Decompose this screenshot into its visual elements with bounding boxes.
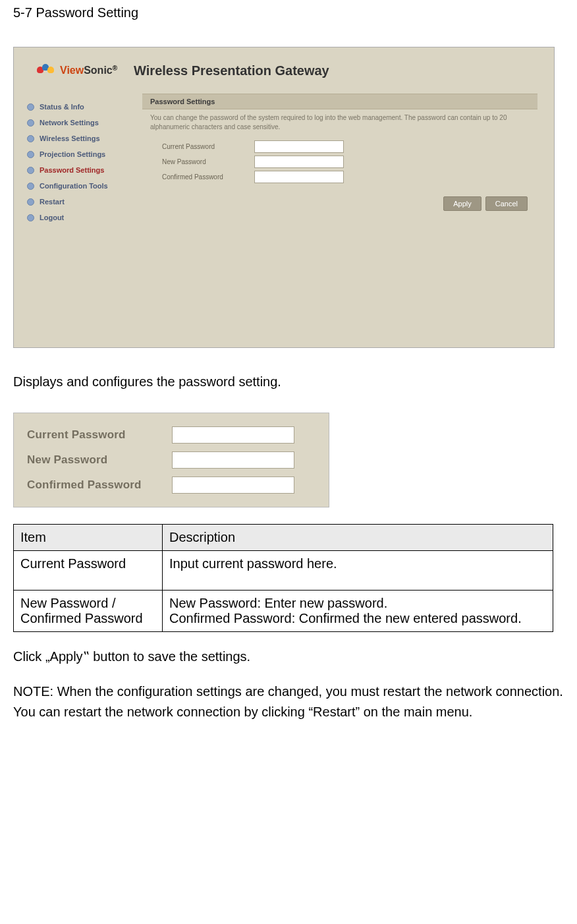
sidebar-item-label: Projection Settings: [40, 150, 105, 158]
brand-sonic: Sonic: [84, 65, 113, 76]
bullet-icon: [27, 151, 34, 158]
sidebar-item-label: Configuration Tools: [40, 182, 108, 190]
table-cell-desc: New Password: Enter new password. Confir…: [163, 591, 553, 632]
sidebar-nav: Status & Info Network Settings Wireless …: [14, 94, 142, 347]
form-row-confirm: Confirmed Password: [142, 169, 537, 185]
table-header-item: Item: [14, 525, 163, 551]
table-row: New Password / Confirmed Password New Pa…: [14, 591, 553, 632]
sidebar-item-status-info[interactable]: Status & Info: [14, 99, 142, 115]
button-row: Apply Cancel: [142, 185, 537, 211]
input-confirmed-password[interactable]: [254, 171, 344, 183]
bullet-icon: [27, 135, 34, 142]
label-current-password: Current Password: [27, 428, 172, 442]
sidebar-item-label: Password Settings: [40, 166, 104, 174]
input-current-password[interactable]: [254, 140, 344, 153]
cancel-button[interactable]: Cancel: [485, 196, 528, 211]
bullet-icon: [27, 198, 34, 206]
brand-view: View: [60, 65, 84, 76]
label-confirmed-password: Confirmed Password: [27, 478, 172, 492]
table-cell-item: New Password / Confirmed Password: [14, 591, 163, 632]
ui-title: Wireless Presentation Gateway: [134, 63, 329, 78]
viewsonic-birds-icon: [37, 63, 57, 78]
sidebar-item-wireless-settings[interactable]: Wireless Settings: [14, 130, 142, 146]
section-heading: 5-7 Password Setting: [13, 5, 564, 20]
bullet-icon: [27, 119, 34, 127]
input-current-password[interactable]: [172, 426, 294, 444]
closeup-row-confirm: Confirmed Password: [27, 473, 319, 498]
label-new-password: New Password: [162, 158, 254, 165]
sidebar-item-label: Logout: [40, 214, 64, 221]
description-table: Item Description Current Password Input …: [13, 524, 553, 632]
bullet-icon: [27, 103, 34, 111]
input-confirmed-password[interactable]: [172, 476, 294, 494]
table-row: Current Password Input current password …: [14, 551, 553, 591]
sidebar-item-label: Status & Info: [40, 103, 84, 111]
sidebar-item-logout[interactable]: Logout: [14, 210, 142, 225]
input-new-password[interactable]: [172, 451, 294, 469]
sidebar-item-password-settings[interactable]: Password Settings: [14, 162, 142, 178]
bullet-icon: [27, 214, 34, 221]
content-panel: Password Settings You can change the pas…: [142, 94, 554, 347]
screenshot-main-ui: ViewSonic® Wireless Presentation Gateway…: [13, 47, 555, 348]
sidebar-item-label: Network Settings: [40, 119, 99, 127]
sidebar-item-configuration-tools[interactable]: Configuration Tools: [14, 178, 142, 194]
bullet-icon: [27, 167, 34, 174]
sidebar-item-projection-settings[interactable]: Projection Settings: [14, 146, 142, 162]
document-page: 5-7 Password Setting ViewSonic® Wireless…: [0, 0, 577, 757]
sidebar-item-label: Restart: [40, 198, 65, 206]
sidebar-item-network-settings[interactable]: Network Settings: [14, 115, 142, 130]
closeup-row-current: Current Password: [27, 422, 319, 448]
viewsonic-logo: ViewSonic®: [37, 63, 117, 78]
caption-text: Displays and configures the password set…: [13, 374, 564, 390]
table-cell-desc: Input current password here.: [163, 551, 553, 591]
panel-heading: Password Settings: [142, 94, 537, 109]
panel-description: You can change the password of the syste…: [142, 109, 537, 139]
note-text: NOTE: When the configuration settings ar…: [13, 681, 564, 722]
form-row-new: New Password: [142, 154, 537, 169]
screenshot-form-closeup: Current Password New Password Confirmed …: [13, 413, 329, 507]
input-new-password[interactable]: [254, 156, 344, 168]
label-new-password: New Password: [27, 453, 172, 467]
sidebar-item-label: Wireless Settings: [40, 134, 100, 142]
label-confirmed-password: Confirmed Password: [162, 173, 254, 181]
table-header-description: Description: [163, 525, 553, 551]
bullet-icon: [27, 183, 34, 190]
sidebar-item-restart[interactable]: Restart: [14, 194, 142, 210]
closeup-row-new: New Password: [27, 448, 319, 473]
ui-header: ViewSonic® Wireless Presentation Gateway: [14, 47, 554, 94]
apply-instruction: Click „Apply‟ button to save the setting…: [13, 647, 564, 667]
label-current-password: Current Password: [162, 143, 254, 150]
form-row-current: Current Password: [142, 139, 537, 154]
table-cell-item: Current Password: [14, 551, 163, 591]
brand-reg: ®: [113, 65, 117, 72]
brand-text: ViewSonic®: [60, 65, 117, 76]
apply-button[interactable]: Apply: [443, 196, 481, 211]
